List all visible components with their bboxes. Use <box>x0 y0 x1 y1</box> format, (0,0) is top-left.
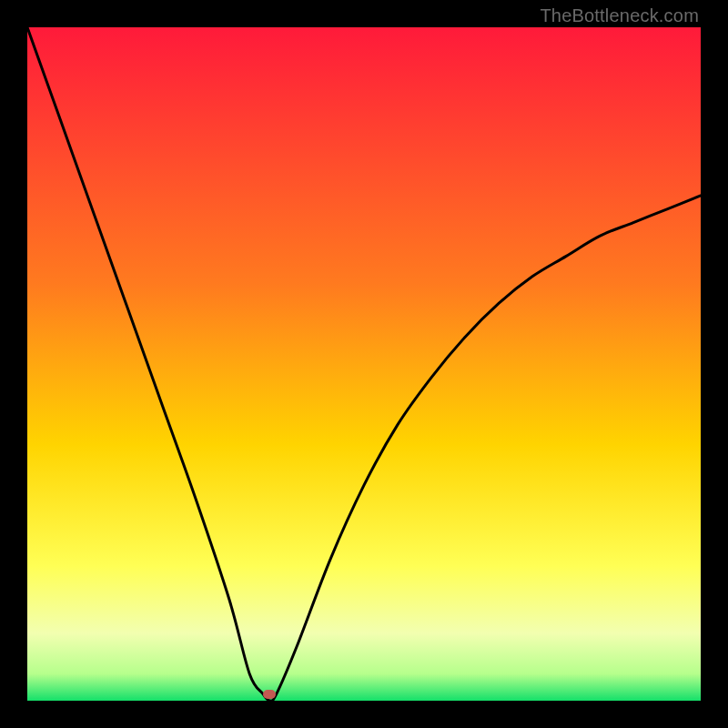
svg-rect-0 <box>27 27 701 701</box>
background-gradient <box>27 27 701 701</box>
optimal-point-marker <box>263 690 276 699</box>
plot-area <box>27 27 701 701</box>
watermark-text: TheBottleneck.com <box>540 5 699 26</box>
chart-frame: TheBottleneck.com <box>0 0 728 728</box>
